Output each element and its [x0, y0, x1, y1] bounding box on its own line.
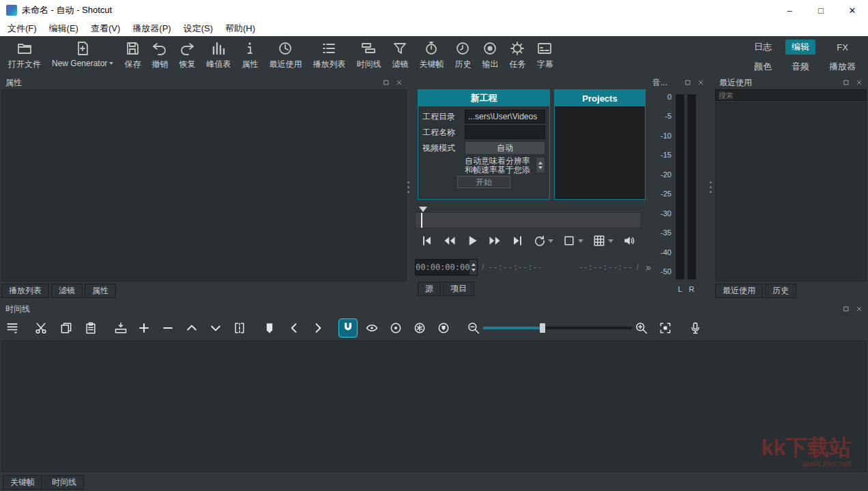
tab-keyframes[interactable]: 关键帧 — [3, 475, 42, 490]
scrub-while-dragging-button[interactable] — [365, 321, 379, 335]
menu-settings[interactable]: 设定(S) — [177, 20, 219, 36]
start-button[interactable]: 开始 — [457, 176, 510, 188]
close-panel-icon[interactable] — [856, 79, 863, 86]
fast-forward-button[interactable] — [488, 234, 502, 248]
next-marker-button[interactable] — [311, 321, 325, 335]
zoom-fit-button[interactable] — [659, 321, 672, 335]
toolbar-redo[interactable]: 恢复 — [173, 40, 201, 70]
tab-project[interactable]: 项目 — [443, 282, 474, 296]
cut-button[interactable] — [34, 321, 48, 335]
menu-file[interactable]: 文件(F) — [1, 20, 43, 36]
spinner-down-icon[interactable] — [472, 269, 476, 271]
grid-button[interactable] — [592, 234, 606, 248]
play-button[interactable] — [465, 234, 479, 248]
loop-button[interactable] — [532, 234, 546, 248]
snap-toggle-button[interactable] — [338, 318, 358, 338]
zoom-out-button[interactable] — [467, 321, 480, 335]
toolbar-playlist[interactable]: 播放列表 — [307, 40, 351, 70]
layout-fx[interactable]: FX — [833, 41, 852, 54]
float-panel-icon[interactable] — [383, 79, 390, 86]
layout-audio[interactable]: 音频 — [787, 59, 813, 74]
spinner-up-icon[interactable] — [472, 263, 476, 266]
close-panel-icon[interactable] — [396, 79, 403, 86]
maximize-button[interactable]: □ — [805, 0, 837, 20]
layout-logs[interactable]: 日志 — [750, 40, 776, 55]
grid-caret-icon[interactable] — [608, 239, 613, 243]
menu-view[interactable]: 查看(V) — [85, 20, 126, 36]
rewind-button[interactable] — [443, 234, 457, 248]
paste-button[interactable] — [84, 321, 98, 335]
skip-start-button[interactable] — [420, 234, 434, 248]
previous-marker-button[interactable] — [287, 321, 301, 335]
tab-source[interactable]: 源 — [418, 282, 441, 296]
search-input[interactable] — [715, 89, 867, 101]
recent-list[interactable] — [715, 102, 867, 282]
ripple-button[interactable] — [389, 321, 403, 335]
float-panel-icon[interactable] — [684, 79, 691, 86]
close-panel-icon[interactable] — [697, 79, 704, 86]
tab-filters[interactable]: 滤镜 — [51, 284, 83, 298]
toolbar-history[interactable]: 历史 — [449, 40, 476, 70]
zoom-in-button[interactable] — [635, 321, 648, 335]
menu-help[interactable]: 帮助(H) — [219, 20, 261, 36]
loop-caret-icon[interactable] — [548, 239, 553, 243]
tab-timeline[interactable]: 时间线 — [44, 475, 84, 490]
close-panel-icon[interactable] — [856, 306, 863, 312]
toolbar-properties[interactable]: 属性 — [236, 40, 263, 70]
toolbar-filters[interactable]: 滤镜 — [386, 40, 414, 70]
seek-pointer[interactable] — [419, 207, 427, 212]
record-audio-button[interactable] — [689, 321, 702, 335]
copy-button[interactable] — [59, 321, 73, 335]
video-mode-spinner[interactable] — [536, 157, 545, 173]
layout-editing[interactable]: 编辑 — [785, 40, 815, 55]
menu-player[interactable]: 播放器(P) — [126, 20, 177, 36]
playhead-cursor[interactable] — [421, 213, 422, 228]
layout-player[interactable]: 播放器 — [825, 59, 860, 74]
zoom-slider-handle[interactable] — [540, 323, 545, 333]
append-button[interactable] — [114, 321, 128, 335]
toolbar-peak-meter[interactable]: 峰值表 — [201, 40, 236, 70]
splitter-handle[interactable] — [407, 181, 409, 193]
video-mode-button[interactable]: 自动 — [465, 141, 545, 155]
layout-color[interactable]: 颜色 — [750, 59, 776, 74]
project-name-input[interactable] — [465, 125, 545, 139]
seek-bar[interactable] — [415, 212, 641, 228]
toolbar-open-file[interactable]: 打开文件 — [3, 40, 46, 70]
spinner-down-icon[interactable] — [538, 166, 542, 169]
ripple-delete-button[interactable] — [161, 321, 175, 335]
marker-button[interactable] — [263, 321, 276, 335]
overwrite-button[interactable] — [209, 321, 222, 335]
splitter-handle[interactable] — [710, 181, 712, 193]
menu-edit[interactable]: 编辑(E) — [43, 20, 85, 36]
tab-playlist[interactable]: 播放列表 — [1, 284, 49, 298]
float-panel-icon[interactable] — [843, 79, 850, 86]
add-button[interactable] — [137, 321, 151, 335]
toolbar-new-generator[interactable]: New Generator — [46, 40, 119, 68]
float-panel-icon[interactable] — [843, 306, 850, 312]
close-button[interactable]: ✕ — [837, 0, 868, 20]
spinner-up-icon[interactable] — [538, 162, 542, 164]
timeline-tracks-area[interactable]: kk下载站 www.kkx.net — [1, 340, 867, 472]
tab-properties[interactable]: 属性 — [85, 284, 116, 298]
toolbar-timeline[interactable]: 时间线 — [351, 40, 386, 70]
position-timecode[interactable]: 00:00:00:00 — [415, 259, 478, 276]
skip-end-button[interactable] — [510, 234, 524, 248]
project-folder-input[interactable] — [465, 110, 545, 123]
split-button[interactable] — [233, 321, 246, 335]
ripple-all-tracks-button[interactable] — [413, 321, 426, 335]
tab-history[interactable]: 历史 — [765, 284, 796, 298]
lift-button[interactable] — [185, 321, 199, 335]
toolbar-undo[interactable]: 撤销 — [146, 40, 173, 70]
volume-button[interactable] — [622, 234, 636, 248]
toolbar-recent[interactable]: 最近使用 — [263, 40, 307, 70]
ripple-markers-button[interactable] — [437, 321, 450, 335]
timecode-spinner[interactable] — [469, 260, 477, 275]
toolbar-jobs[interactable]: 任务 — [504, 40, 531, 70]
projects-list[interactable] — [555, 106, 645, 199]
zoom-slider[interactable] — [483, 321, 632, 335]
minimize-button[interactable]: – — [774, 0, 805, 20]
zoom-caret-icon[interactable] — [578, 239, 583, 243]
player-zoom-button[interactable] — [562, 234, 576, 248]
timeline-menu-button[interactable] — [5, 321, 19, 335]
toolbar-subtitles[interactable]: 字幕 — [531, 40, 558, 70]
